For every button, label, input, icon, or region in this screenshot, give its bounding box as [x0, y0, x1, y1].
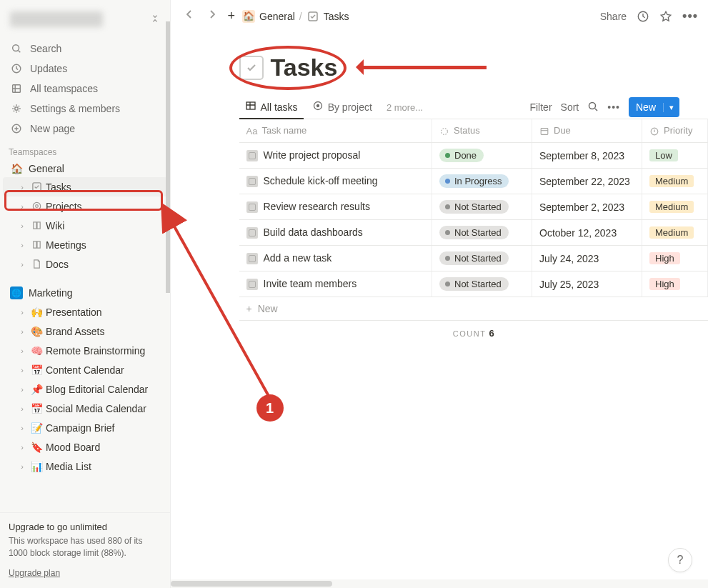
chevron-right-icon[interactable]: › [17, 327, 27, 336]
sidebar-scrollbar[interactable] [166, 21, 170, 293]
cell-priority[interactable]: Medium [642, 194, 708, 220]
sidebar-item-projects[interactable]: ›Projects [3, 196, 167, 216]
sidebar-item[interactable]: ›🧠Remote Brainstorming [3, 341, 167, 360]
view-tab-by-project[interactable]: By project [306, 96, 378, 119]
more-icon[interactable]: ••• [682, 9, 698, 24]
view-tab-all-tasks[interactable]: All tasks [239, 96, 304, 119]
column-header-due[interactable]: Due [532, 119, 642, 143]
cell-priority[interactable]: High [642, 246, 708, 271]
cell-status[interactable]: Not Started [432, 220, 532, 246]
cell-status[interactable]: In Progress [432, 169, 532, 194]
new-button[interactable]: New ▾ [629, 97, 679, 117]
share-button[interactable]: Share [600, 11, 627, 22]
chevron-right-icon[interactable]: › [17, 260, 27, 269]
view-more[interactable]: 2 more... [381, 98, 429, 117]
table-row[interactable]: Add a new taskNot StartedJuly 24, 2023Hi… [239, 246, 708, 271]
cell-due[interactable]: July 24, 2023 [532, 246, 642, 271]
horizontal-scrollbar[interactable] [171, 579, 709, 588]
nav-teamspaces[interactable]: All teamspaces [3, 79, 167, 99]
chevron-right-icon[interactable]: › [17, 308, 27, 317]
star-icon[interactable] [659, 10, 672, 23]
table-row[interactable]: Invite team membersNot StartedJuly 25, 2… [239, 271, 708, 297]
table-row[interactable]: Schedule kick-off meetingIn ProgressSept… [239, 169, 708, 194]
nav-clock[interactable]: Updates [3, 59, 167, 79]
chevron-right-icon[interactable]: › [17, 241, 27, 249]
sidebar-item-tasks[interactable]: ›Tasks [3, 177, 167, 196]
search-icon[interactable] [587, 101, 599, 114]
cell-name[interactable]: Schedule kick-off meeting [239, 169, 432, 194]
filter-button[interactable]: Filter [529, 101, 552, 113]
cell-name[interactable]: Add a new task [239, 246, 432, 271]
sidebar-item[interactable]: ›🎨Brand Assets [3, 322, 167, 341]
chevron-right-icon[interactable]: › [17, 221, 27, 230]
emoji-icon: 📌 [30, 384, 43, 395]
cell-due[interactable]: September 2, 2023 [532, 194, 642, 220]
sidebar-item[interactable]: ›📅Content Calendar [3, 360, 167, 379]
chevron-right-icon[interactable]: › [17, 183, 27, 191]
chevron-right-icon[interactable]: › [17, 366, 27, 374]
chevron-right-icon[interactable]: › [17, 404, 27, 413]
chevron-right-icon[interactable]: › [17, 462, 27, 471]
teamspace-general[interactable]: 🏠 General [3, 160, 167, 177]
chevron-down-icon[interactable]: ▾ [663, 103, 679, 112]
cell-name[interactable]: Invite team members [239, 271, 432, 297]
breadcrumb-item[interactable]: Tasks [324, 11, 349, 22]
cell-priority[interactable]: Low [642, 143, 708, 169]
chevron-right-icon[interactable]: › [17, 385, 27, 394]
cell-status[interactable]: Done [432, 143, 532, 169]
more-icon[interactable]: ••• [607, 101, 620, 113]
sidebar-item[interactable]: ›📌Blog Editorial Calendar [3, 379, 167, 399]
sidebar-item-docs[interactable]: ›Docs [3, 254, 167, 274]
workspace-switcher[interactable] [6, 7, 164, 31]
cell-status[interactable]: Not Started [432, 271, 532, 297]
column-header-name[interactable]: AaTask name [239, 119, 432, 143]
sidebar-item[interactable]: ›📊Media List [3, 457, 167, 476]
cell-name[interactable]: Review research results [239, 194, 432, 220]
new-tab-button[interactable]: + [226, 9, 237, 24]
help-button[interactable]: ? [668, 548, 692, 572]
cell-status[interactable]: Not Started [432, 194, 532, 220]
tree-label: Wiki [46, 220, 163, 231]
globe-icon: 🌐 [10, 286, 23, 299]
chevron-right-icon[interactable]: › [17, 347, 27, 355]
cell-due[interactable]: July 25, 2023 [532, 271, 642, 297]
clock-icon[interactable] [637, 10, 649, 23]
sort-button[interactable]: Sort [561, 101, 579, 113]
cell-due[interactable]: October 12, 2023 [532, 220, 642, 246]
table-row[interactable]: Write project proposalDoneSeptember 8, 2… [239, 143, 708, 169]
forward-button[interactable] [204, 7, 221, 25]
doc-icon [30, 259, 43, 269]
new-row-button[interactable]: +New [239, 297, 709, 321]
table-row[interactable]: Review research resultsNot StartedSeptem… [239, 194, 708, 220]
sidebar-item-meetings[interactable]: ›Meetings [3, 235, 167, 254]
cell-name[interactable]: Build data dashboards [239, 220, 432, 246]
page-title[interactable]: Tasks [271, 54, 338, 81]
cell-priority[interactable]: Medium [642, 169, 708, 194]
sidebar-item[interactable]: ›📝Campaign Brief [3, 418, 167, 437]
table-row[interactable]: Build data dashboardsNot StartedOctober … [239, 220, 708, 246]
teamspace-marketing[interactable]: 🌐 Marketing [3, 284, 167, 302]
cell-due[interactable]: September 8, 2023 [532, 143, 642, 169]
column-header-status[interactable]: Status [432, 119, 532, 143]
expand-icon[interactable] [150, 14, 160, 25]
chevron-right-icon[interactable]: › [17, 424, 27, 432]
cell-due[interactable]: September 22, 2023 [532, 169, 642, 194]
upgrade-link[interactable]: Upgrade plan [9, 568, 60, 578]
page-icon[interactable] [239, 56, 264, 80]
sidebar-item-wiki[interactable]: ›Wiki [3, 216, 167, 235]
cell-priority[interactable]: Medium [642, 220, 708, 246]
nav-plus-circle[interactable]: New page [3, 119, 167, 139]
sidebar-item[interactable]: ›🙌Presentation [3, 302, 167, 322]
cell-priority[interactable]: High [642, 271, 708, 297]
sidebar-item[interactable]: ›📅Social Media Calendar [3, 399, 167, 418]
nav-gear[interactable]: Settings & members [3, 99, 167, 119]
chevron-right-icon[interactable]: › [17, 202, 27, 211]
breadcrumb-item[interactable]: General [259, 11, 295, 22]
nav-search[interactable]: Search [3, 39, 167, 59]
cell-name[interactable]: Write project proposal [239, 143, 432, 169]
column-header-priority[interactable]: Priority [642, 119, 708, 143]
cell-status[interactable]: Not Started [432, 246, 532, 271]
back-button[interactable] [181, 7, 198, 25]
sidebar-item[interactable]: ›🔖Mood Board [3, 437, 167, 457]
chevron-right-icon[interactable]: › [17, 443, 27, 452]
